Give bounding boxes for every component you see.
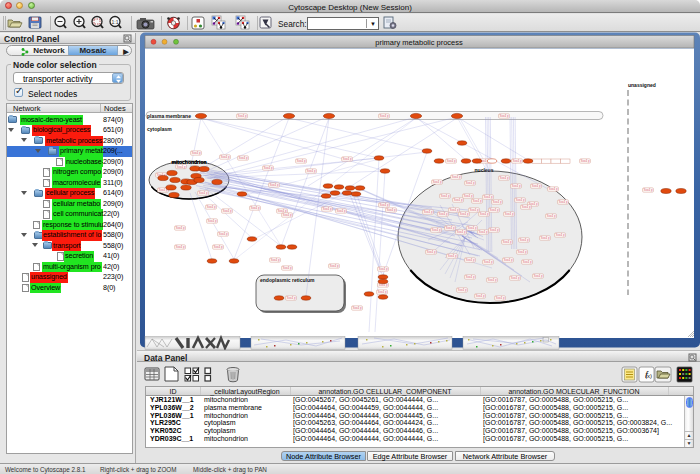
svg-text:Sxx4 p: Sxx4 p <box>519 238 529 242</box>
svg-text:Sxx4 p: Sxx4 p <box>296 159 306 163</box>
svg-text:Sxx4 p: Sxx4 p <box>440 194 450 198</box>
svg-text:Sxx4 p: Sxx4 p <box>237 114 247 118</box>
svg-text:Sxx4 p: Sxx4 p <box>483 260 493 264</box>
svg-text:Sxx4 p: Sxx4 p <box>222 209 232 213</box>
svg-text:Sxx4 p: Sxx4 p <box>472 199 482 203</box>
svg-text:Sxx4 p: Sxx4 p <box>306 169 316 173</box>
svg-text:Sxx4 p: Sxx4 p <box>238 156 248 160</box>
svg-text:Sxx4 p: Sxx4 p <box>465 181 475 185</box>
svg-text:Sxx4 p: Sxx4 p <box>176 165 186 169</box>
svg-text:Sxx4 p: Sxx4 p <box>469 208 479 212</box>
svg-text:Sxx4 p: Sxx4 p <box>546 214 556 218</box>
svg-text:Sxx4 p: Sxx4 p <box>447 254 457 258</box>
svg-text:Sxx4 p: Sxx4 p <box>517 250 527 254</box>
svg-text:Sxx4 p: Sxx4 p <box>379 203 389 207</box>
svg-text:Sxx4 p: Sxx4 p <box>451 175 461 179</box>
svg-text:Sxx4 p: Sxx4 p <box>191 151 201 155</box>
svg-text:Sxx4 p: Sxx4 p <box>489 208 499 212</box>
svg-text:Sxx4 p: Sxx4 p <box>198 191 208 195</box>
svg-text:Sxx4 p: Sxx4 p <box>426 250 436 254</box>
svg-text:unassigned: unassigned <box>628 82 656 88</box>
svg-text:Sxx4 p: Sxx4 p <box>329 264 339 268</box>
svg-text:primary metabolic process: primary metabolic process <box>375 38 463 47</box>
svg-text:Sxx4 p: Sxx4 p <box>431 228 441 232</box>
svg-text:Sxx4 p: Sxx4 p <box>580 159 590 163</box>
svg-text:Sxx4 p: Sxx4 p <box>378 267 388 271</box>
svg-text:Sxx4 p: Sxx4 p <box>322 207 332 211</box>
svg-text:Sxx4 p: Sxx4 p <box>449 208 459 212</box>
svg-text:Sxx4 p: Sxx4 p <box>465 275 475 279</box>
svg-text:Sxx4 p: Sxx4 p <box>342 157 352 161</box>
svg-text:Sxx4 p: Sxx4 p <box>643 188 653 192</box>
svg-text:Sxx4 p: Sxx4 p <box>504 212 514 216</box>
svg-text:Sxx4 p: Sxx4 p <box>467 226 477 230</box>
svg-text:Sxx4 p: Sxx4 p <box>459 212 469 216</box>
svg-text:cytoplasm: cytoplasm <box>147 126 172 132</box>
svg-text:Sxx4 p: Sxx4 p <box>533 274 543 278</box>
svg-text:Sxx4 p: Sxx4 p <box>503 258 513 262</box>
svg-text:Sxx4 p: Sxx4 p <box>548 187 558 191</box>
svg-text:(x): (x) <box>645 373 652 379</box>
svg-text:Sxx4 p: Sxx4 p <box>282 213 292 217</box>
svg-text:Sxx4 p: Sxx4 p <box>445 226 455 230</box>
svg-text:Sxx4 p: Sxx4 p <box>489 228 499 232</box>
svg-text:plasma membrane: plasma membrane <box>147 113 191 119</box>
svg-text:Sxx4 p: Sxx4 p <box>511 184 521 188</box>
svg-text:endoplasmic reticulum: endoplasmic reticulum <box>260 277 315 283</box>
svg-text:1:1: 1:1 <box>112 19 119 25</box>
svg-text:Sxx4 p: Sxx4 p <box>446 159 456 163</box>
svg-text:Sxx4 p: Sxx4 p <box>269 183 279 187</box>
svg-text:Sxx4 p: Sxx4 p <box>499 176 509 180</box>
svg-text:Sxx4 p: Sxx4 p <box>379 114 389 118</box>
svg-text:Sxx4 p: Sxx4 p <box>352 306 362 310</box>
svg-text:Sxx4 p: Sxx4 p <box>250 206 260 210</box>
svg-text:Sxx4 p: Sxx4 p <box>558 200 568 204</box>
svg-text:Sxx4 p: Sxx4 p <box>531 184 541 188</box>
svg-text:Sxx4 p: Sxx4 p <box>555 233 565 237</box>
svg-text:Sxx4 p: Sxx4 p <box>502 240 512 244</box>
svg-text:Sxx4 p: Sxx4 p <box>423 210 433 214</box>
svg-text:Sxx4 p: Sxx4 p <box>175 226 185 230</box>
svg-text:mitochondrion: mitochondrion <box>172 159 207 165</box>
svg-text:Sxx4 p: Sxx4 p <box>282 266 292 270</box>
svg-text:Sxx4 p: Sxx4 p <box>456 230 466 234</box>
svg-text:Sxx4 p: Sxx4 p <box>521 205 531 209</box>
svg-text:Sxx4 p: Sxx4 p <box>336 209 346 213</box>
svg-text:Sxx4 p: Sxx4 p <box>263 166 273 170</box>
svg-text:Sxx4 p: Sxx4 p <box>175 245 185 249</box>
svg-text:Sxx4 p: Sxx4 p <box>499 114 509 118</box>
svg-text:Sxx4 p: Sxx4 p <box>453 198 463 202</box>
svg-text:Sxx4 p: Sxx4 p <box>286 296 296 300</box>
svg-text:Sxx4 p: Sxx4 p <box>213 245 223 249</box>
svg-text:Sxx4 p: Sxx4 p <box>206 205 216 209</box>
svg-text:Sxx4 p: Sxx4 p <box>207 219 217 223</box>
svg-text:Sxx4 p: Sxx4 p <box>220 155 230 159</box>
svg-text:Sxx4 p: Sxx4 p <box>495 296 505 300</box>
svg-text:Sxx4 p: Sxx4 p <box>510 276 520 280</box>
svg-text:Sxx4 p: Sxx4 p <box>218 232 228 236</box>
svg-text:Sxx4 p: Sxx4 p <box>540 236 550 240</box>
svg-text:Sxx4 p: Sxx4 p <box>438 212 448 216</box>
svg-text:Sxx4 p: Sxx4 p <box>479 212 489 216</box>
svg-text:Sxx4 p: Sxx4 p <box>515 198 525 202</box>
svg-text:Sxx4 p: Sxx4 p <box>483 195 493 199</box>
svg-text:Sxx4 p: Sxx4 p <box>492 200 502 204</box>
svg-text:Sxx4 p: Sxx4 p <box>512 159 522 163</box>
svg-text:Sxx4 p: Sxx4 p <box>457 288 467 292</box>
svg-text:Sxx4 p: Sxx4 p <box>386 208 396 212</box>
svg-text:Sxx4 p: Sxx4 p <box>270 258 280 262</box>
svg-text:Sxx4 p: Sxx4 p <box>465 258 475 262</box>
svg-text:Sxx4 p: Sxx4 p <box>478 230 488 234</box>
svg-text:Sxx4 p: Sxx4 p <box>377 290 387 294</box>
svg-text:Sxx4 p: Sxx4 p <box>522 260 532 264</box>
svg-text:Sxx4 p: Sxx4 p <box>463 194 473 198</box>
svg-text:Sxx4 p: Sxx4 p <box>432 180 442 184</box>
svg-text:Sxx4 p: Sxx4 p <box>487 278 497 282</box>
svg-text:Sxx4 p: Sxx4 p <box>475 294 485 298</box>
